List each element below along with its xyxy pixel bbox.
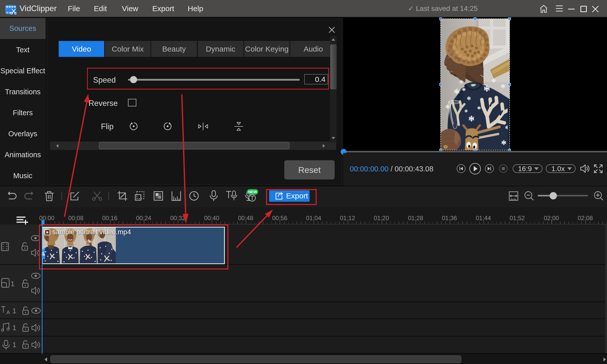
svg-text:A: A [6, 309, 10, 315]
svg-text:T: T [250, 195, 254, 201]
